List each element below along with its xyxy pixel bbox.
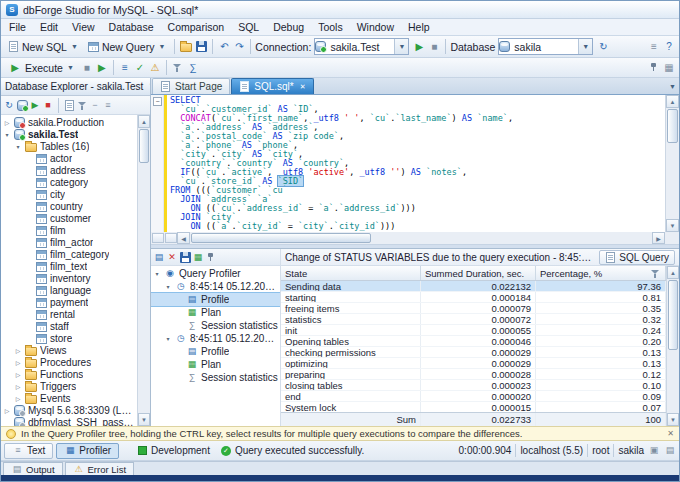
scroll-right-icon[interactable]: ▶ xyxy=(652,232,665,244)
result-row-opening-tables[interactable]: Opening tables0.0000460.20 xyxy=(281,336,666,347)
properties-icon[interactable]: ≡ xyxy=(102,99,114,111)
new-sql-button[interactable]: New SQL ▼ xyxy=(4,40,83,54)
scrollbar-thumb[interactable] xyxy=(668,280,678,350)
filter-icon[interactable] xyxy=(650,268,661,279)
tab-start-page[interactable]: Start Page xyxy=(152,78,230,94)
tab-list-icon[interactable]: ▼ xyxy=(667,83,678,90)
format-sql-icon[interactable]: ≡ xyxy=(118,61,132,75)
menu-debug[interactable]: Debug xyxy=(266,19,311,35)
tree-item-film-text[interactable]: film_text xyxy=(1,260,137,272)
scroll-up-icon[interactable]: ▲ xyxy=(667,266,679,279)
collapse-icon[interactable]: ▾ xyxy=(164,283,172,290)
new-query-button[interactable]: New Query ▼ xyxy=(84,40,170,54)
expand-icon[interactable]: ▷ xyxy=(14,395,22,402)
tree-item-profile[interactable]: ▤Profile xyxy=(151,293,280,306)
tab-sql-sql[interactable]: SQL.sql*✕ xyxy=(231,78,313,94)
tree-item-triggers[interactable]: ▷Triggers xyxy=(1,380,137,392)
window-menu-icon[interactable]: ▼ xyxy=(146,81,150,93)
chevron-down-icon[interactable]: ▼ xyxy=(66,64,75,71)
chevron-down-icon[interactable]: ▼ xyxy=(70,43,79,50)
menu-view[interactable]: View xyxy=(65,19,102,35)
menu-help[interactable]: Help xyxy=(401,19,437,35)
result-row-end[interactable]: end0.0000200.09 xyxy=(281,391,666,402)
result-row-optimizing[interactable]: optimizing0.0000290.13 xyxy=(281,358,666,369)
tree-item-actor[interactable]: actor xyxy=(1,152,137,164)
tree-item-film[interactable]: film xyxy=(1,224,137,236)
result-row-freeing-items[interactable]: freeing items0.0000790.35 xyxy=(281,303,666,314)
tab-error-list[interactable]: ⚠ Error List xyxy=(65,462,135,475)
delete-result-icon[interactable]: ✕ xyxy=(166,251,178,263)
collapse-icon[interactable]: ▾ xyxy=(14,143,22,150)
statistics-icon[interactable]: ∑ xyxy=(186,61,200,75)
results-scrollbar[interactable]: ▲ ▼ xyxy=(666,266,679,426)
warning-icon[interactable]: ⚠ xyxy=(148,61,162,75)
result-row-system-lock[interactable]: System lock0.0000150.07 xyxy=(281,402,666,412)
column-header-percentage[interactable]: Percentage, % xyxy=(536,266,666,280)
refresh-icon[interactable]: ↻ xyxy=(3,99,15,111)
editor-horizontal-scrollbar[interactable]: ◀ ▶ xyxy=(151,232,679,245)
tree-item-query-profiler[interactable]: ▾◉Query Profiler xyxy=(151,267,280,280)
pin-result-icon[interactable] xyxy=(205,251,217,263)
compare-results-icon[interactable]: ▦ xyxy=(192,251,204,263)
tree-item-plan[interactable]: ▦Plan xyxy=(151,358,280,371)
tree-item-8-45-14-05-12-2017-0-023s[interactable]: ▾◷8:45:14 05.12.2017 (0.023s) xyxy=(151,280,280,293)
scroll-up-icon[interactable]: ▲ xyxy=(138,115,150,128)
tree-item-payment[interactable]: payment xyxy=(1,296,137,308)
tree-item-tables-16[interactable]: ▾Tables (16) xyxy=(1,140,137,152)
disconnect-icon[interactable]: ■ xyxy=(427,40,441,54)
split-view-button[interactable] xyxy=(152,233,164,243)
menu-database[interactable]: Database xyxy=(102,19,161,35)
column-header-state[interactable]: State xyxy=(281,266,421,280)
debug-icon[interactable]: ▶ xyxy=(95,61,109,75)
scrollbar-track[interactable] xyxy=(138,164,150,413)
tree-item-procedures[interactable]: ▷Procedures xyxy=(1,356,137,368)
explorer-scrollbar[interactable]: ▲ ▼ xyxy=(137,115,150,426)
tree-item-events[interactable]: ▷Events xyxy=(1,392,137,404)
expand-icon[interactable]: ▷ xyxy=(3,407,11,414)
tree-item-customer[interactable]: customer xyxy=(1,212,137,224)
menu-edit[interactable]: Edit xyxy=(33,19,65,35)
scrollbar-thumb[interactable] xyxy=(667,109,678,143)
chevron-down-icon[interactable]: ▼ xyxy=(578,39,592,54)
refresh-icon[interactable]: ↻ xyxy=(596,40,610,54)
tab-output[interactable]: ▤ Output xyxy=(3,462,63,475)
result-row-preparing[interactable]: preparing0.0000280.12 xyxy=(281,369,666,380)
result-row-closing-tables[interactable]: closing tables0.0000230.10 xyxy=(281,380,666,391)
help-icon[interactable]: ? xyxy=(662,40,676,54)
result-row-sending-data[interactable]: Sending data0.02213297.36 xyxy=(281,281,666,292)
scroll-down-icon[interactable]: ▼ xyxy=(666,219,679,232)
scrollbar-track[interactable] xyxy=(666,144,679,219)
scrollbar-thumb[interactable] xyxy=(139,129,149,163)
scroll-up-icon[interactable]: ▲ xyxy=(666,95,679,108)
connection-combo[interactable]: sakila.Test ▼ xyxy=(314,38,409,55)
menu-tools[interactable]: Tools xyxy=(311,19,350,35)
tree-item-functions[interactable]: ▷Functions xyxy=(1,368,137,380)
tree-item-category[interactable]: category xyxy=(1,176,137,188)
tree-item-session-statistics[interactable]: ∑Session statistics xyxy=(151,371,280,384)
execute-button[interactable]: ▶ Execute ▼ xyxy=(4,60,79,76)
scrollbar-thumb[interactable] xyxy=(191,233,371,243)
redo-icon[interactable]: ↷ xyxy=(232,40,246,54)
scroll-down-icon[interactable]: ▼ xyxy=(138,413,150,426)
tree-item-staff[interactable]: staff xyxy=(1,320,137,332)
monitor-icon[interactable]: ▣ xyxy=(648,445,660,457)
tree-item-film-category[interactable]: film_category xyxy=(1,248,137,260)
tree-item-film-actor[interactable]: film_actor xyxy=(1,236,137,248)
tree-item-sakila-test[interactable]: ▾sakila.Test xyxy=(1,128,137,140)
expand-icon[interactable]: ▷ xyxy=(14,347,22,354)
connect-icon[interactable]: ▶ xyxy=(412,40,426,54)
close-icon[interactable]: ✕ xyxy=(667,429,674,438)
tree-item-profile[interactable]: ▤Profile xyxy=(151,345,280,358)
tree-item-country[interactable]: country xyxy=(1,200,137,212)
tree-item-session-statistics[interactable]: ∑Session statistics xyxy=(151,319,280,332)
disconnect-icon[interactable]: ■ xyxy=(42,99,54,111)
options-icon[interactable]: ≡ xyxy=(647,40,661,54)
result-row-starting[interactable]: starting0.0001840.81 xyxy=(281,292,666,303)
tab-text-view[interactable]: ≡ Text xyxy=(4,443,53,459)
chevron-down-icon[interactable]: ▼ xyxy=(394,39,408,54)
scrollbar-track[interactable] xyxy=(372,232,652,244)
layout-icon[interactable]: ▦ xyxy=(662,61,676,75)
collapse-icon[interactable]: ▾ xyxy=(153,270,161,277)
result-row-init[interactable]: init0.0000550.24 xyxy=(281,325,666,336)
result-row-checking-permissions[interactable]: checking permissions0.0000290.13 xyxy=(281,347,666,358)
